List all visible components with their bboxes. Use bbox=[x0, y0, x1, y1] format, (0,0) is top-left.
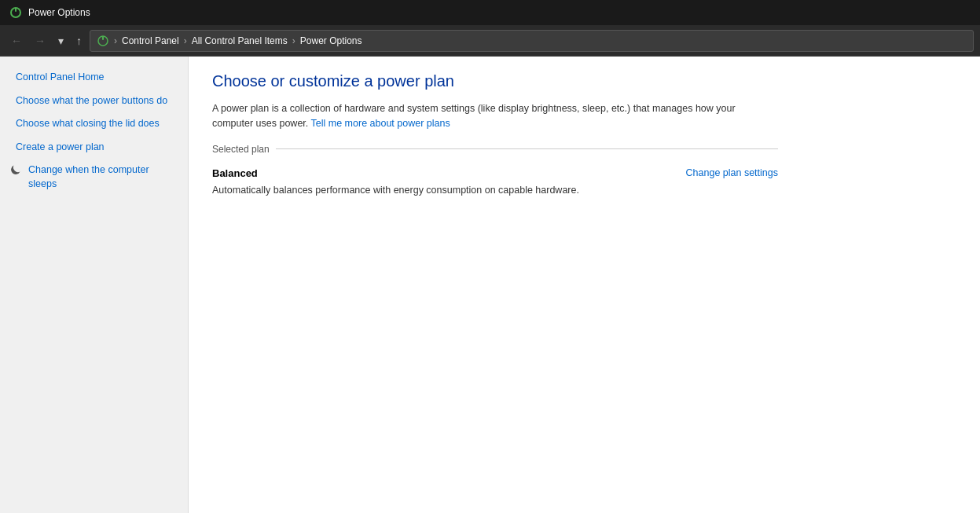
dropdown-button[interactable]: ▾ bbox=[53, 31, 68, 50]
plan-name: Balanced bbox=[212, 167, 258, 179]
path-sep-2: › bbox=[184, 35, 187, 46]
plan-row: Balanced Change plan settings bbox=[212, 167, 778, 179]
section-divider: Selected plan bbox=[212, 144, 778, 155]
power-options-icon bbox=[9, 6, 22, 19]
forward-icon: → bbox=[35, 35, 46, 47]
title-bar: Power Options bbox=[0, 0, 980, 25]
page-title: Choose or customize a power plan bbox=[212, 72, 956, 90]
right-content: Choose or customize a power plan A power… bbox=[189, 57, 980, 513]
sidebar-item-power-buttons[interactable]: Choose what the power buttons do bbox=[0, 90, 188, 113]
path-sep-1: › bbox=[114, 35, 117, 46]
path-power-options[interactable]: Power Options bbox=[300, 35, 362, 46]
divider-line bbox=[276, 148, 778, 149]
sidebar-item-create-power-plan[interactable]: Create a power plan bbox=[0, 136, 188, 159]
page-description: A power plan is a collection of hardware… bbox=[212, 101, 778, 131]
folder-icon bbox=[97, 35, 109, 47]
moon-icon bbox=[9, 163, 22, 176]
back-icon: ← bbox=[11, 35, 22, 47]
up-button[interactable]: ↑ bbox=[72, 31, 86, 50]
plan-description: Automatically balances performance with … bbox=[212, 184, 621, 198]
tell-me-more-link[interactable]: Tell me more about power plans bbox=[311, 118, 450, 129]
svg-rect-3 bbox=[102, 36, 104, 40]
dropdown-icon: ▾ bbox=[58, 35, 64, 47]
up-icon: ↑ bbox=[76, 35, 82, 47]
sidebar-item-control-panel-home[interactable]: Control Panel Home bbox=[0, 66, 188, 90]
section-label: Selected plan bbox=[212, 144, 276, 155]
svg-rect-1 bbox=[15, 8, 17, 12]
sidebar-item-change-sleep-label: Change when the computer sleeps bbox=[28, 163, 175, 191]
description-text: A power plan is a collection of hardware… bbox=[212, 103, 736, 129]
address-path[interactable]: › Control Panel › All Control Panel Item… bbox=[90, 30, 974, 52]
main-layout: Control Panel Home Choose what the power… bbox=[0, 57, 980, 513]
back-button[interactable]: ← bbox=[6, 31, 27, 50]
path-all-items[interactable]: All Control Panel Items bbox=[192, 35, 288, 46]
forward-button[interactable]: → bbox=[30, 31, 50, 50]
change-plan-settings-link[interactable]: Change plan settings bbox=[686, 167, 778, 178]
address-bar: ← → ▾ ↑ › Control Panel › All Control Pa… bbox=[0, 25, 980, 57]
left-panel: Control Panel Home Choose what the power… bbox=[0, 57, 189, 513]
path-sep-3: › bbox=[292, 35, 295, 46]
sidebar-item-change-sleep[interactable]: Change when the computer sleeps bbox=[0, 159, 188, 196]
window-title: Power Options bbox=[28, 7, 90, 18]
sidebar-item-closing-lid[interactable]: Choose what closing the lid does bbox=[0, 112, 188, 136]
path-control-panel[interactable]: Control Panel bbox=[122, 35, 179, 46]
